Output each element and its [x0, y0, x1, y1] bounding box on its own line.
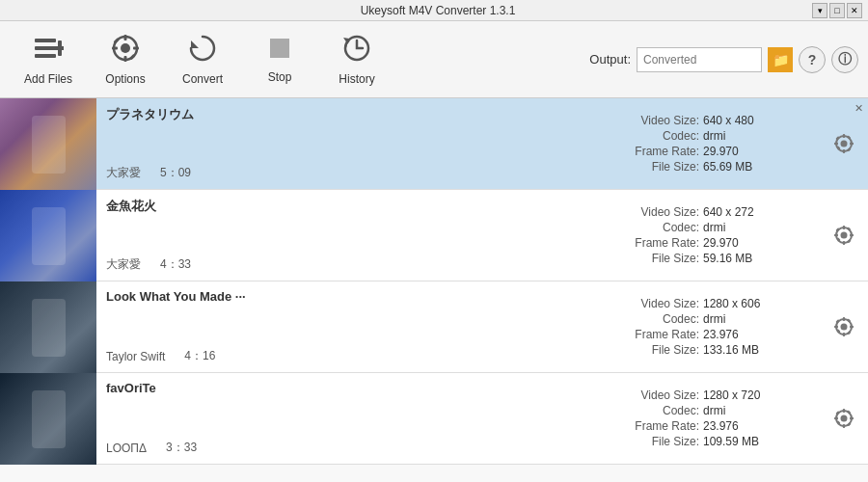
meta-codec-val: drmi: [699, 221, 725, 234]
meta-framerate-label: Frame Rate:: [608, 328, 699, 341]
file-title: Look What You Made ···: [106, 289, 598, 304]
meta-filesize-row: File Size: 59.16 MB: [608, 252, 820, 265]
meta-filesize-label: File Size:: [608, 252, 699, 265]
meta-videosize-row: Video Size: 640 x 480: [608, 114, 820, 127]
thumbnail-3: [0, 281, 96, 373]
svg-rect-7: [124, 35, 127, 40]
meta-filesize-row: File Size: 65.69 MB: [608, 160, 820, 174]
svg-rect-50: [843, 424, 845, 428]
file-settings-button-4[interactable]: [820, 373, 868, 464]
title-bar: Ukeysoft M4V Converter 1.3.1 ▾ □ ✕: [0, 0, 868, 21]
file-subtitle-row: 大家愛 4：33: [106, 256, 598, 273]
file-list: プラネタリウム 大家愛 5：09 Video Size: 640 x 480 C…: [0, 98, 868, 482]
folder-button[interactable]: 📁: [768, 47, 793, 72]
add-files-icon: [33, 33, 64, 68]
meta-videosize-val: 640 x 480: [699, 114, 754, 127]
stop-icon: [266, 35, 293, 67]
meta-framerate-val: 23.976: [699, 419, 739, 433]
meta-videosize-label: Video Size:: [608, 205, 699, 219]
thumb-figure: [32, 299, 66, 357]
meta-filesize-val: 133.16 MB: [699, 343, 759, 357]
window-controls[interactable]: ▾ □ ✕: [812, 3, 862, 18]
thumbnail-1: [0, 98, 96, 190]
add-files-label: Add Files: [24, 72, 72, 86]
meta-filesize-label: File Size:: [608, 160, 699, 174]
meta-filesize-val: 109.59 MB: [699, 435, 759, 448]
svg-rect-41: [834, 326, 838, 328]
file-duration: 4：16: [184, 348, 215, 364]
minimize-btn[interactable]: ▾: [812, 3, 827, 18]
svg-rect-51: [834, 417, 838, 419]
svg-rect-29: [843, 226, 845, 229]
file-info-1: プラネタリウム 大家愛 5：09: [96, 98, 608, 189]
help-button[interactable]: ?: [799, 46, 826, 73]
file-title: 金魚花火: [106, 198, 598, 215]
file-title: favOriTe: [106, 381, 598, 395]
file-settings-button-3[interactable]: [820, 281, 868, 372]
file-row[interactable]: プラネタリウム 大家愛 5：09 Video Size: 640 x 480 C…: [0, 98, 868, 190]
file-row[interactable]: 金魚花火 大家愛 4：33 Video Size: 640 x 272 Code…: [0, 190, 868, 281]
file-row[interactable]: favOriTe LOOΠΔ 3：33 Video Size: 1280 x 7…: [0, 373, 868, 465]
meta-filesize-label: File Size:: [608, 343, 699, 357]
info-button[interactable]: ⓘ: [831, 46, 858, 73]
meta-codec-label: Codec:: [608, 221, 699, 234]
meta-videosize-row: Video Size: 1280 x 606: [608, 297, 820, 310]
svg-rect-39: [843, 317, 845, 321]
meta-codec-row: Codec: drmi: [608, 221, 820, 234]
history-label: History: [339, 72, 374, 86]
meta-videosize-label: Video Size:: [608, 114, 699, 127]
convert-button[interactable]: Convert: [164, 21, 241, 98]
thumbnail-2: [0, 190, 96, 281]
options-button[interactable]: Options: [87, 21, 164, 98]
stop-button[interactable]: Stop: [241, 21, 318, 98]
history-button[interactable]: History: [318, 21, 395, 98]
thumbnail-4: [0, 373, 96, 465]
meta-codec-row: Codec: drmi: [608, 404, 820, 417]
app-title: Ukeysoft M4V Converter 1.3.1: [64, 4, 812, 17]
meta-framerate-val: 23.976: [699, 328, 739, 341]
svg-rect-9: [112, 47, 118, 50]
folder-icon: 📁: [773, 52, 789, 67]
file-meta-4: Video Size: 1280 x 720 Codec: drmi Frame…: [608, 373, 820, 464]
meta-codec-val: drmi: [699, 129, 725, 143]
file-settings-button-2[interactable]: [820, 190, 868, 281]
close-btn[interactable]: ✕: [847, 3, 862, 18]
meta-videosize-label: Video Size:: [608, 297, 699, 310]
thumb-figure: [32, 390, 66, 448]
svg-rect-21: [834, 143, 838, 145]
convert-icon: [187, 33, 218, 68]
file-info-4: favOriTe LOOΠΔ 3：33: [96, 373, 608, 464]
output-label: Output:: [589, 52, 631, 67]
svg-rect-10: [133, 47, 139, 50]
stop-label: Stop: [268, 70, 292, 84]
meta-videosize-val: 1280 x 606: [699, 297, 760, 310]
svg-rect-4: [52, 46, 64, 50]
file-artist: LOOΠΔ: [106, 442, 147, 455]
file-row[interactable]: Look What You Made ··· Taylor Swift 4：16…: [0, 281, 868, 373]
svg-rect-2: [35, 54, 56, 58]
add-files-button[interactable]: Add Files: [10, 21, 87, 98]
output-input[interactable]: [637, 47, 762, 72]
file-meta-2: Video Size: 640 x 272 Codec: drmi Frame …: [608, 190, 820, 281]
meta-framerate-label: Frame Rate:: [608, 419, 699, 433]
file-info-3: Look What You Made ··· Taylor Swift 4：16: [96, 281, 608, 372]
svg-rect-8: [124, 56, 127, 62]
file-subtitle-row: 大家愛 5：09: [106, 165, 598, 181]
meta-codec-label: Codec:: [608, 312, 699, 326]
close-file-button-1[interactable]: ✕: [851, 100, 866, 116]
meta-framerate-label: Frame Rate:: [608, 145, 699, 158]
svg-rect-20: [843, 149, 845, 153]
convert-label: Convert: [182, 72, 223, 86]
maximize-btn[interactable]: □: [829, 3, 845, 18]
svg-rect-42: [850, 326, 854, 328]
svg-point-48: [841, 415, 848, 422]
meta-codec-row: Codec: drmi: [608, 129, 820, 143]
meta-codec-val: drmi: [699, 312, 725, 326]
meta-framerate-row: Frame Rate: 23.976: [608, 328, 820, 341]
svg-rect-49: [843, 409, 845, 413]
thumb-figure: [32, 207, 66, 265]
svg-marker-13: [191, 40, 199, 48]
meta-videosize-val: 640 x 272: [699, 205, 754, 219]
svg-point-18: [841, 141, 848, 147]
thumb-figure: [32, 116, 66, 174]
